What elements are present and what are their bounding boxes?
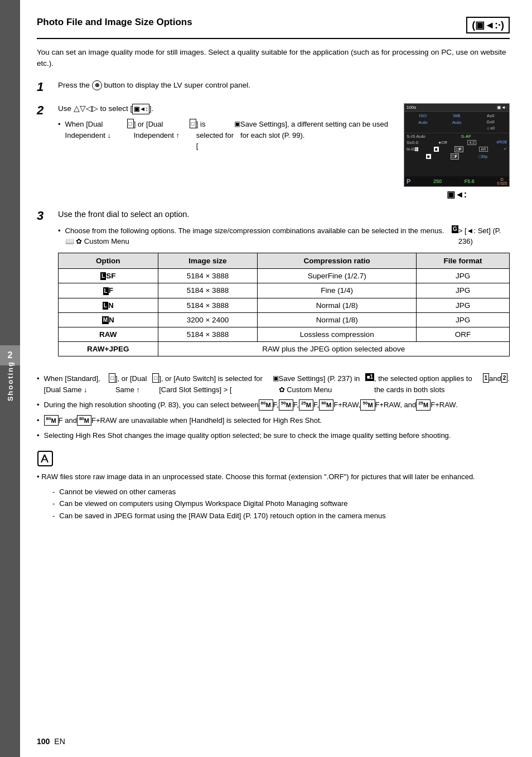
table-row: RAW 5184 × 3888 Lossless compression ORF [59,327,510,342]
intro-text: You can set an image quality mode for st… [37,47,510,70]
step-2-number: 2 [37,103,54,118]
note-1: When [Standard], [Dual Same ↓□], or [Dua… [37,373,510,395]
step-3-number: 3 [37,209,54,223]
step-1-content: Press the ⊛ button to display the LV sup… [58,80,510,91]
note-4: Selecting High Res Shot changes the imag… [37,430,510,441]
note-pencil-icon [37,450,510,467]
step-1-number: 1 [37,80,54,94]
page-header: Photo File and Image Size Options (▣◄:·) [37,17,510,39]
step-3-content: Use the front dial to select an option. … [58,209,510,365]
sidebar-label: Shooting [6,361,14,401]
svg-line-1 [41,455,45,462]
step-2-content: Use △▽◁▷ to select [▣◄:]. When [Dual Ind… [58,103,510,200]
table-header-option: Option [59,253,158,268]
table-row: MN 3200 × 2400 Normal (1/8) JPG [59,312,510,327]
raw-notes: • RAW files store raw image data in an u… [37,471,510,521]
table-header-format: File format [417,253,510,268]
svg-line-2 [45,455,48,462]
step-3: 3 Use the front dial to select an option… [37,209,510,365]
step-1: 1 Press the ⊛ button to display the LV s… [37,80,510,94]
step-2: 2 Use △▽◁▷ to select [▣◄:]. When [Dual I… [37,103,510,200]
table-header-compression: Compression ratio [258,253,417,268]
steps-section: 1 Press the ⊛ button to display the LV s… [37,80,510,365]
note-2: During the high resolution shooting (P. … [37,399,510,411]
en-label: EN [54,737,65,746]
camera-icon-label: ▣◄: [404,189,510,200]
dash-item-1: Cannot be viewed on other cameras [52,486,510,498]
note-3: 80MF and 80MF+RAW are unavailable when [… [37,415,510,426]
dash-item-2: Can be viewed on computers using Olympus… [52,498,510,509]
table-row: RAW+JPEG RAW plus the JPEG option select… [59,342,510,356]
dash-item-3: Can be saved in JPEG format using the [R… [52,510,510,522]
table-row: LF 5184 × 3888 Fine (1/4) JPG [59,283,510,298]
options-table: Option Image size Compression ratio File… [58,253,510,357]
page-title: Photo File and Image Size Options [37,17,192,28]
table-row: LN 5184 × 3888 Normal (1/8) JPG [59,298,510,312]
svg-rect-0 [38,451,52,466]
table-row: LSF 5184 × 3888 SuperFine (1/2.7) JPG [59,268,510,283]
camera-screen: 100s ▣◄· ISOAuto WBAuto A±0G±0☼±0 S-IS A… [404,103,510,200]
page-number: 100 [37,737,50,746]
notes-section: When [Standard], [Dual Same ↓□], or [Dua… [37,373,510,441]
header-icon: (▣◄:·) [466,17,510,33]
table-header-size: Image size [158,253,258,268]
page-footer: 100 EN [37,737,65,746]
raw-note-section: • RAW files store raw image data in an u… [37,450,510,521]
